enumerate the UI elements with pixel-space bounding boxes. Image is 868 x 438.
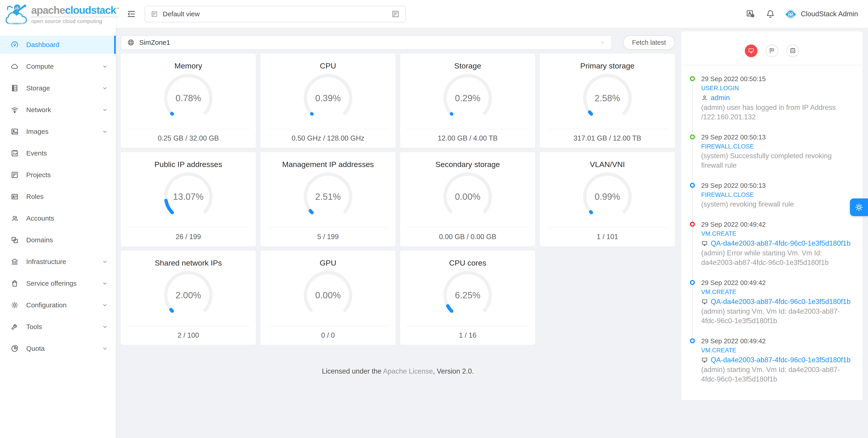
sidebar-item-accounts[interactable]: Accounts bbox=[0, 209, 116, 227]
card-divider bbox=[546, 129, 669, 129]
card-divider bbox=[267, 129, 389, 129]
user-avatar[interactable] bbox=[785, 9, 796, 19]
event-item: 29 Sep 2022 00:50:15 USER.LOGIN admin (a… bbox=[690, 74, 855, 122]
flag-filter-button[interactable] bbox=[766, 44, 778, 57]
quota-icon bbox=[10, 344, 19, 353]
desktop-icon bbox=[701, 240, 708, 247]
event-type-link[interactable]: FIREWALL.CLOSE bbox=[701, 190, 855, 199]
sidebar-item-events[interactable]: Events bbox=[0, 144, 116, 162]
event-resource-link[interactable]: QA-da4e2003-ab87-4fdc-96c0-1e3f5d180f1b bbox=[711, 239, 850, 248]
card-divider bbox=[406, 227, 529, 228]
event-resource-link[interactable]: QA-da4e2003-ab87-4fdc-96c0-1e3f5d180f1b bbox=[711, 355, 850, 365]
sidebar-item-dashboard[interactable]: Dashboard bbox=[0, 36, 116, 54]
events-icon bbox=[10, 149, 19, 158]
stat-card-detail: 1 / 101 bbox=[540, 232, 675, 242]
gauge-percent-label: 0.00% bbox=[455, 192, 480, 201]
zone-select[interactable]: SimZone1 bbox=[121, 35, 612, 50]
vm-filter-button[interactable] bbox=[745, 44, 757, 57]
network-icon bbox=[10, 105, 19, 114]
card-divider bbox=[127, 129, 250, 129]
fetch-latest-button[interactable]: Fetch latest bbox=[623, 35, 675, 50]
event-item: 29 Sep 2022 00:49:42 VM.CREATE QA-da4e20… bbox=[690, 278, 855, 326]
usage-gauge: 0.39% bbox=[300, 70, 356, 126]
chevron-down-icon bbox=[102, 107, 108, 113]
event-item: 29 Sep 2022 00:49:42 VM.CREATE QA-da4e20… bbox=[690, 220, 855, 268]
sidebar-item-roles[interactable]: Roles bbox=[0, 188, 116, 206]
event-resource-link[interactable]: QA-da4e2003-ab87-4fdc-96c0-1e3f5d180f1b bbox=[711, 297, 850, 307]
project-board-icon bbox=[151, 10, 158, 18]
stat-card-title: Management IP addresses bbox=[260, 160, 396, 169]
stat-card-title: CPU bbox=[260, 61, 396, 70]
usage-gauge: 0.29% bbox=[439, 70, 496, 126]
event-timestamp: 29 Sep 2022 00:50:13 bbox=[701, 133, 855, 142]
stat-card-secondary-storage: Secondary storage 0.00% 0.00 GB / 0.00 G… bbox=[400, 152, 535, 246]
event-type-link[interactable]: VM.CREATE bbox=[701, 229, 855, 239]
gauge-percent-label: 0.39% bbox=[315, 93, 341, 103]
sidebar-item-tools[interactable]: Tools bbox=[0, 318, 116, 336]
event-type-link[interactable]: FIREWALL.CLOSE bbox=[701, 142, 855, 151]
sidebar-item-compute[interactable]: Compute bbox=[0, 57, 116, 75]
chevron-down-icon bbox=[102, 128, 108, 135]
footer: Licensed under the Apache License, Versi… bbox=[121, 366, 675, 376]
bell-icon[interactable] bbox=[766, 9, 775, 19]
card-divider bbox=[406, 129, 529, 129]
stat-card-title: Public IP addresses bbox=[121, 160, 256, 169]
stat-card-vlan-vni: VLAN/VNI 0.99% 1 / 101 bbox=[540, 152, 675, 246]
sidebar-item-domains[interactable]: Domains bbox=[0, 231, 116, 249]
event-description: (admin) user has logged in from IP Addre… bbox=[701, 103, 855, 122]
card-divider bbox=[546, 227, 669, 228]
stat-card-detail: 0 / 0 bbox=[260, 331, 396, 340]
main-layout: Default view bbox=[116, 0, 868, 438]
sidebar-item-projects[interactable]: Projects bbox=[0, 166, 116, 184]
sidebar-item-service-offerings[interactable]: Service offerings bbox=[0, 274, 116, 292]
event-status-dot bbox=[690, 222, 695, 227]
stat-card-title: GPU bbox=[260, 258, 396, 268]
sidebar-item-network[interactable]: Network bbox=[0, 101, 116, 119]
stat-card-detail: 26 / 199 bbox=[121, 232, 256, 242]
usage-gauge: 0.99% bbox=[579, 168, 636, 225]
chevron-down-icon bbox=[102, 302, 108, 308]
compute-icon bbox=[10, 62, 19, 71]
event-resource-link[interactable]: admin bbox=[711, 93, 730, 103]
translate-icon[interactable] bbox=[746, 9, 755, 19]
stat-card-primary-storage: Primary storage 2.58% 317.01 GB / 12.00 … bbox=[540, 54, 675, 148]
sidebar-item-infrastructure[interactable]: Infrastructure bbox=[0, 253, 116, 271]
event-type-link[interactable]: VM.CREATE bbox=[701, 287, 855, 297]
menu-fold-icon[interactable] bbox=[127, 9, 136, 19]
apache-license-link[interactable]: Apache License bbox=[383, 367, 433, 375]
sidebar-item-storage[interactable]: Storage bbox=[0, 79, 116, 97]
sidebar-item-configuration[interactable]: Configuration bbox=[0, 296, 116, 314]
usage-gauge: 0.00% bbox=[439, 168, 496, 225]
event-timestamp: 29 Sep 2022 00:50:13 bbox=[701, 181, 855, 190]
event-timestamp: 29 Sep 2022 00:49:42 bbox=[701, 220, 855, 229]
stat-card-detail: 0.00 GB / 0.00 GB bbox=[400, 232, 535, 242]
desktop-icon bbox=[701, 357, 708, 364]
view-select[interactable]: Default view bbox=[145, 6, 406, 22]
chevron-down-icon bbox=[102, 324, 108, 330]
events-panel: 29 Sep 2022 00:50:15 USER.LOGIN admin (a… bbox=[681, 31, 863, 400]
sidebar-item-images[interactable]: Images bbox=[0, 123, 116, 140]
stat-card-detail: 2 / 100 bbox=[121, 331, 256, 340]
event-status-dot bbox=[690, 183, 695, 188]
stat-card-storage: Storage 0.29% 12.00 GB / 4.00 TB bbox=[400, 54, 535, 148]
event-timestamp: 29 Sep 2022 00:49:42 bbox=[701, 337, 855, 346]
monkey-cloud-logo-icon bbox=[5, 3, 29, 25]
events-icon bbox=[789, 47, 796, 55]
sidebar-item-quota[interactable]: Quota bbox=[0, 340, 116, 357]
gauge-percent-label: 2.00% bbox=[176, 290, 201, 300]
theme-settings-button[interactable] bbox=[850, 198, 868, 216]
stat-card-detail: 0.25 GB / 32.00 GB bbox=[121, 133, 256, 143]
configuration-icon bbox=[10, 301, 19, 309]
monkey-avatar bbox=[785, 9, 796, 19]
stat-card-gpu: GPU 0.00% 0 / 0 bbox=[260, 251, 396, 345]
event-type-link[interactable]: VM.CREATE bbox=[701, 346, 855, 355]
event-status-dot bbox=[690, 338, 695, 343]
gear-icon bbox=[854, 202, 864, 212]
desktop-icon bbox=[748, 47, 754, 55]
images-icon bbox=[10, 127, 19, 136]
event-type-link[interactable]: USER.LOGIN bbox=[701, 84, 855, 93]
gauge-percent-label: 0.00% bbox=[315, 290, 341, 300]
user-name[interactable]: CloudStack Admin bbox=[801, 10, 858, 18]
usage-gauge: 2.58% bbox=[579, 70, 636, 126]
events-filter-button[interactable] bbox=[786, 44, 799, 57]
